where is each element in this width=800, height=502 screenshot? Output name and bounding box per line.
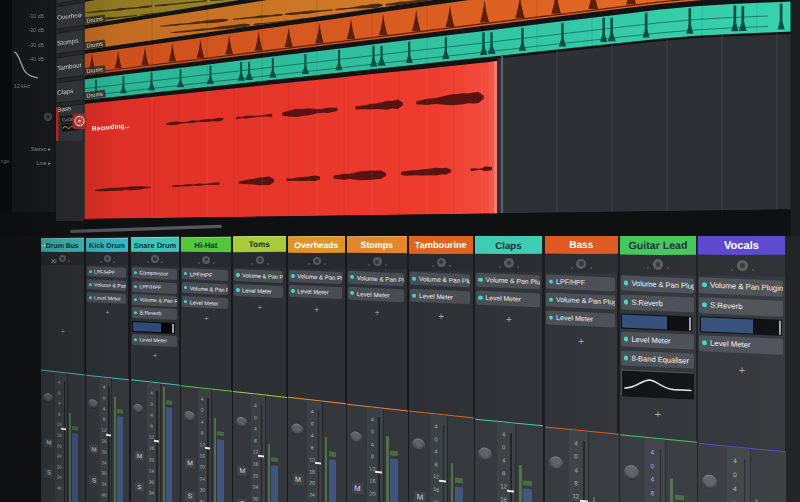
svg-text:12 kHz: 12 kHz (14, 83, 31, 89)
svg-text:Line ▸: Line ▸ (37, 160, 52, 166)
svg-text:Stereo ▸: Stereo ▸ (31, 146, 51, 152)
svg-text:-40 dB: -40 dB (29, 56, 45, 62)
svg-text:rge: rge (1, 158, 10, 164)
svg-text:-30 dB: -30 dB (29, 42, 45, 48)
svg-text:-10 dB: -10 dB (29, 13, 45, 19)
svg-text:-20 dB: -20 dB (29, 27, 45, 33)
